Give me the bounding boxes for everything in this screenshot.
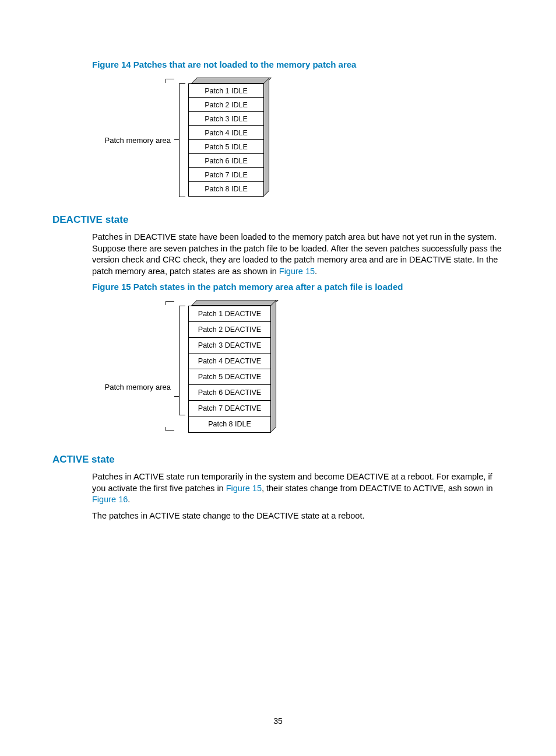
figure14-cell: Patch 3 IDLE	[189, 112, 263, 126]
figure14-caption: Figure 14 Patches that are not loaded to…	[92, 60, 504, 69]
text: .	[128, 495, 130, 504]
figure14-cells: Patch 1 IDLE Patch 2 IDLE Patch 3 IDLE P…	[188, 83, 264, 197]
figure15-cell: Patch 5 DEACTIVE	[189, 369, 270, 385]
figure14-cell: Patch 8 IDLE	[189, 182, 263, 196]
figure14-cell: Patch 1 IDLE	[189, 84, 263, 98]
figure14-cell: Patch 4 IDLE	[189, 126, 263, 140]
figure15-link-2[interactable]: Figure 15	[226, 484, 262, 493]
figure14-mem-label: Patch memory area	[103, 136, 175, 145]
figure15-cell: Patch 8 IDLE	[189, 416, 270, 432]
figure15-cell: Patch 1 DEACTIVE	[189, 306, 270, 322]
figure15-cell: Patch 6 DEACTIVE	[189, 385, 270, 401]
figure14-cell: Patch 6 IDLE	[189, 154, 263, 168]
figure14: Patch memory area Patch 1 IDLE Patch 2 I…	[103, 75, 504, 198]
figure15-caption: Figure 15 Patch states in the patch memo…	[92, 282, 504, 292]
figure14-cell: Patch 7 IDLE	[189, 168, 263, 182]
text: , their states change from DEACTIVE to A…	[262, 484, 493, 493]
figure15-cells: Patch 1 DEACTIVE Patch 2 DEACTIVE Patch …	[188, 306, 271, 433]
figure15-link[interactable]: Figure 15	[279, 267, 315, 276]
deactive-paragraph: Patches in DEACTIVE state have been load…	[92, 232, 504, 277]
active-paragraph-1: Patches in ACTIVE state run temporarily …	[92, 471, 504, 506]
figure14-cell: Patch 5 IDLE	[189, 140, 263, 154]
figure15-mem-label: Patch memory area	[103, 383, 175, 391]
deactive-heading: DEACTIVE state	[52, 214, 504, 226]
text: .	[315, 267, 317, 276]
figure16-link[interactable]: Figure 16	[92, 495, 128, 504]
figure14-cell: Patch 2 IDLE	[189, 98, 263, 112]
figure15: Patch memory area Patch 1 DEACTIVE Patch…	[103, 298, 504, 438]
figure15-cell: Patch 4 DEACTIVE	[189, 354, 270, 369]
figure15-cell: Patch 2 DEACTIVE	[189, 322, 270, 338]
page-number: 35	[0, 716, 556, 726]
active-heading: ACTIVE state	[52, 454, 504, 466]
figure15-cell: Patch 7 DEACTIVE	[189, 401, 270, 416]
figure15-cell: Patch 3 DEACTIVE	[189, 338, 270, 354]
active-paragraph-2: The patches in ACTIVE state change to th…	[92, 510, 504, 522]
